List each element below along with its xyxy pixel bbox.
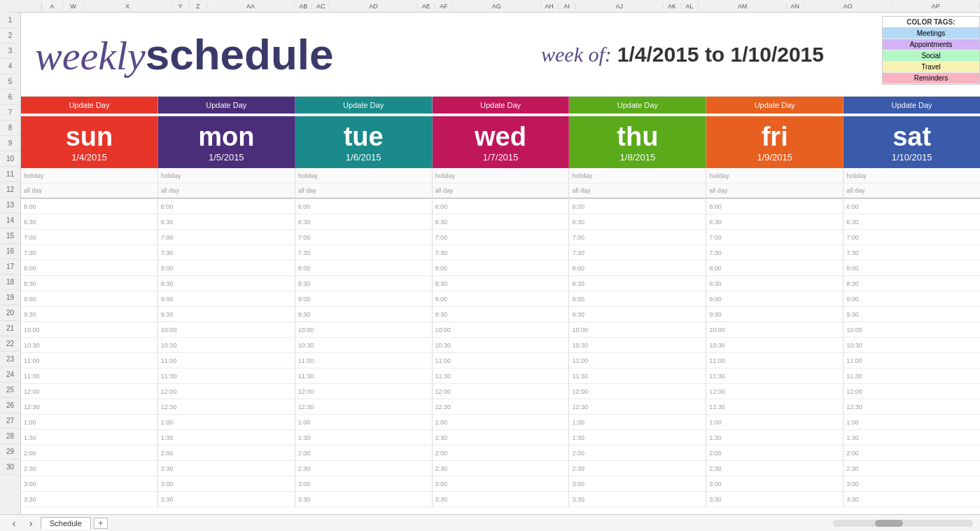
time-slot-thu-2[interactable]: 6:00	[569, 199, 706, 214]
time-slot-wed-14[interactable]: 12:00	[433, 384, 569, 399]
time-slot-fri-5[interactable]: 7:30	[706, 245, 843, 261]
time-slot-tue-17[interactable]: 1:30	[295, 430, 432, 446]
time-slot-fri-18[interactable]: 2:00	[706, 446, 843, 461]
time-slot-mon-11[interactable]: 10:30	[158, 338, 295, 353]
time-slot-thu-3[interactable]: 6:30	[569, 214, 706, 230]
time-slot-thu-1[interactable]: all day	[569, 184, 706, 199]
time-slot-sun-10[interactable]: 10:00	[21, 322, 158, 338]
time-slot-thu-5[interactable]: 7:30	[569, 245, 706, 261]
time-slot-wed-0[interactable]: holiday	[433, 168, 569, 184]
time-slot-fri-4[interactable]: 7:00	[706, 230, 843, 245]
time-slot-sun-9[interactable]: 9:30	[21, 307, 158, 322]
time-slot-mon-3[interactable]: 6:30	[158, 214, 295, 230]
time-slot-fri-1[interactable]: all day	[706, 184, 843, 199]
time-slot-mon-7[interactable]: 8:30	[158, 276, 295, 291]
scroll-thumb[interactable]	[875, 520, 903, 527]
time-slot-wed-20[interactable]: 3:00	[433, 476, 569, 492]
time-slot-sun-8[interactable]: 9:00	[21, 291, 158, 307]
time-slot-sun-2[interactable]: 6:00	[21, 199, 158, 214]
time-slot-tue-8[interactable]: 9:00	[295, 291, 432, 307]
time-slot-tue-18[interactable]: 2:00	[295, 446, 432, 461]
update-day-sun[interactable]: Update Day	[21, 97, 158, 113]
time-slot-wed-8[interactable]: 9:00	[433, 291, 569, 307]
time-slot-wed-17[interactable]: 1:30	[433, 430, 569, 446]
time-slot-fri-15[interactable]: 12:30	[706, 399, 843, 415]
time-slot-fri-9[interactable]: 9:30	[706, 307, 843, 322]
time-slot-mon-19[interactable]: 2:30	[158, 461, 295, 476]
time-slot-sat-9[interactable]: 9:30	[844, 307, 980, 322]
time-slot-thu-18[interactable]: 2:00	[569, 446, 706, 461]
time-slot-wed-7[interactable]: 8:30	[433, 276, 569, 291]
time-slot-sun-5[interactable]: 7:30	[21, 245, 158, 261]
update-day-thu[interactable]: Update Day	[569, 97, 706, 113]
time-slot-sun-13[interactable]: 11:30	[21, 368, 158, 384]
time-slot-fri-0[interactable]: holiday	[706, 168, 843, 184]
time-slot-thu-0[interactable]: holiday	[569, 168, 706, 184]
time-slot-mon-8[interactable]: 9:00	[158, 291, 295, 307]
time-slot-mon-4[interactable]: 7:00	[158, 230, 295, 245]
time-slot-sun-17[interactable]: 1:30	[21, 430, 158, 446]
time-slot-sun-12[interactable]: 11:00	[21, 353, 158, 368]
time-slot-wed-6[interactable]: 8:00	[433, 261, 569, 276]
time-slot-mon-12[interactable]: 11:00	[158, 353, 295, 368]
time-slot-tue-14[interactable]: 12:00	[295, 384, 432, 399]
prev-sheet-arrow[interactable]: ‹	[7, 518, 21, 529]
time-slot-sun-3[interactable]: 6:30	[21, 214, 158, 230]
time-slot-wed-21[interactable]: 3:30	[433, 492, 569, 507]
time-slot-tue-7[interactable]: 8:30	[295, 276, 432, 291]
time-slot-tue-4[interactable]: 7:00	[295, 230, 432, 245]
time-slot-wed-4[interactable]: 7:00	[433, 230, 569, 245]
time-slot-thu-21[interactable]: 3:30	[569, 492, 706, 507]
time-slot-sat-6[interactable]: 8:00	[844, 261, 980, 276]
time-slot-mon-15[interactable]: 12:30	[158, 399, 295, 415]
time-slot-mon-18[interactable]: 2:00	[158, 446, 295, 461]
time-slot-thu-9[interactable]: 9:30	[569, 307, 706, 322]
time-slot-sat-13[interactable]: 11:30	[844, 368, 980, 384]
time-slot-thu-8[interactable]: 9:00	[569, 291, 706, 307]
time-slot-sat-20[interactable]: 3:00	[844, 476, 980, 492]
time-slot-sun-0[interactable]: holiday	[21, 168, 158, 184]
time-slot-thu-15[interactable]: 12:30	[569, 399, 706, 415]
time-slot-sat-3[interactable]: 6:30	[844, 214, 980, 230]
time-slot-sat-5[interactable]: 7:30	[844, 245, 980, 261]
time-slot-fri-17[interactable]: 1:30	[706, 430, 843, 446]
time-slot-sun-1[interactable]: all day	[21, 184, 158, 199]
time-slot-mon-16[interactable]: 1:00	[158, 415, 295, 430]
time-slot-fri-12[interactable]: 11:00	[706, 353, 843, 368]
time-slot-fri-19[interactable]: 2:30	[706, 461, 843, 476]
update-day-tue[interactable]: Update Day	[295, 97, 433, 113]
time-slot-sat-11[interactable]: 10:30	[844, 338, 980, 353]
time-slot-sat-21[interactable]: 3:30	[844, 492, 980, 507]
time-slot-thu-20[interactable]: 3:00	[569, 476, 706, 492]
time-slot-thu-17[interactable]: 1:30	[569, 430, 706, 446]
time-slot-sat-15[interactable]: 12:30	[844, 399, 980, 415]
time-slot-mon-21[interactable]: 3:30	[158, 492, 295, 507]
time-slot-sat-8[interactable]: 9:00	[844, 291, 980, 307]
time-slot-fri-13[interactable]: 11:30	[706, 368, 843, 384]
time-slot-sun-15[interactable]: 12:30	[21, 399, 158, 415]
time-slot-thu-12[interactable]: 11:00	[569, 353, 706, 368]
time-slot-fri-16[interactable]: 1:00	[706, 415, 843, 430]
time-slot-sun-4[interactable]: 7:00	[21, 230, 158, 245]
time-slot-fri-6[interactable]: 8:00	[706, 261, 843, 276]
add-tab-button[interactable]: +	[94, 518, 108, 529]
update-day-sat[interactable]: Update Day	[844, 97, 980, 113]
time-slot-tue-20[interactable]: 3:00	[295, 476, 432, 492]
time-slot-mon-20[interactable]: 3:00	[158, 476, 295, 492]
time-slot-tue-16[interactable]: 1:00	[295, 415, 432, 430]
update-day-wed[interactable]: Update Day	[433, 97, 570, 113]
time-slot-sat-1[interactable]: all day	[844, 184, 980, 199]
time-slot-sat-10[interactable]: 10:00	[844, 322, 980, 338]
time-slot-tue-15[interactable]: 12:30	[295, 399, 432, 415]
time-slot-tue-6[interactable]: 8:00	[295, 261, 432, 276]
time-slot-fri-21[interactable]: 3:30	[706, 492, 843, 507]
time-slot-sun-11[interactable]: 10:30	[21, 338, 158, 353]
time-slot-sun-20[interactable]: 3:00	[21, 476, 158, 492]
time-slot-mon-5[interactable]: 7:30	[158, 245, 295, 261]
time-slot-sun-19[interactable]: 2:30	[21, 461, 158, 476]
time-slot-sun-16[interactable]: 1:00	[21, 415, 158, 430]
time-slot-tue-19[interactable]: 2:30	[295, 461, 432, 476]
time-slot-tue-21[interactable]: 3:30	[295, 492, 432, 507]
time-slot-sat-0[interactable]: holiday	[844, 168, 980, 184]
time-slot-sun-7[interactable]: 8:30	[21, 276, 158, 291]
